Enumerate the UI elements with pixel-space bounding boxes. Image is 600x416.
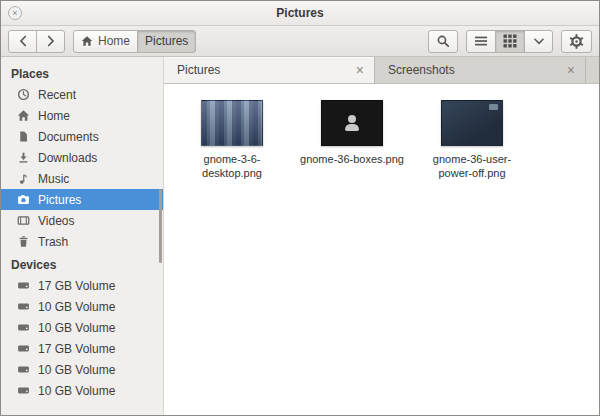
tab-screenshots[interactable]: Screenshots × bbox=[375, 57, 586, 83]
tab-pictures[interactable]: Pictures × bbox=[164, 57, 375, 83]
toolbar: Home Pictures bbox=[1, 26, 599, 57]
sidebar-item-label: Downloads bbox=[38, 151, 97, 165]
sidebar-item-trash[interactable]: Trash bbox=[1, 231, 163, 252]
file-item-desktop-png[interactable]: gnome-3-6-desktop.png bbox=[178, 100, 286, 181]
view-switcher-group bbox=[466, 30, 553, 53]
chevron-left-icon bbox=[19, 35, 27, 47]
gear-icon bbox=[569, 34, 584, 49]
sidebar-item-label: Recent bbox=[38, 88, 76, 102]
file-manager-window: × Pictures Home Pi bbox=[0, 0, 600, 416]
sidebar-item-volume-6[interactable]: 10 GB Volume bbox=[1, 380, 163, 401]
breadcrumb-pictures-label: Pictures bbox=[145, 34, 188, 48]
drive-icon bbox=[16, 300, 30, 313]
tab-close-icon[interactable]: × bbox=[354, 63, 366, 77]
window-body: Places Recent Home Documents bbox=[1, 57, 599, 415]
sidebar-item-label: Trash bbox=[38, 235, 68, 249]
file-grid: gnome-3-6-desktop.png gnome-36-boxes.png… bbox=[164, 84, 599, 415]
tab-label: Screenshots bbox=[388, 63, 559, 77]
file-item-boxes-png[interactable]: gnome-36-boxes.png bbox=[298, 100, 406, 166]
window-close-button[interactable]: × bbox=[8, 6, 22, 20]
sidebar-item-label: Documents bbox=[38, 130, 99, 144]
document-icon bbox=[16, 130, 30, 143]
sidebar-section-devices: Devices bbox=[1, 252, 163, 275]
sidebar-item-volume-4[interactable]: 17 GB Volume bbox=[1, 338, 163, 359]
drive-icon bbox=[16, 363, 30, 376]
drive-icon bbox=[16, 279, 30, 292]
file-name: gnome-3-6-desktop.png bbox=[178, 152, 286, 181]
titlebar: × Pictures bbox=[1, 1, 599, 26]
search-button[interactable] bbox=[428, 30, 458, 53]
trash-icon bbox=[16, 235, 30, 248]
file-name: gnome-36-user-power-off.png bbox=[418, 152, 526, 181]
sidebar-item-label: Music bbox=[38, 172, 69, 186]
drive-icon bbox=[16, 342, 30, 355]
sidebar-item-label: 10 GB Volume bbox=[38, 384, 115, 398]
sidebar-item-videos[interactable]: Videos bbox=[1, 210, 163, 231]
drive-icon bbox=[16, 384, 30, 397]
sidebar-item-documents[interactable]: Documents bbox=[1, 126, 163, 147]
file-thumbnail bbox=[441, 100, 503, 146]
tab-close-icon[interactable]: × bbox=[565, 63, 577, 77]
back-button[interactable] bbox=[8, 30, 37, 53]
file-thumbnail bbox=[201, 100, 263, 146]
tab-label: Pictures bbox=[177, 63, 348, 77]
sidebar-item-music[interactable]: Music bbox=[1, 168, 163, 189]
sidebar-item-volume-5[interactable]: 10 GB Volume bbox=[1, 359, 163, 380]
grid-view-button[interactable] bbox=[495, 30, 525, 53]
drive-icon bbox=[16, 321, 30, 334]
sidebar-item-label: Videos bbox=[38, 214, 74, 228]
list-view-icon bbox=[474, 35, 488, 47]
file-name: gnome-36-boxes.png bbox=[300, 152, 404, 166]
history-nav-group bbox=[8, 30, 65, 53]
grid-view-icon bbox=[503, 34, 517, 48]
sidebar-item-label: 10 GB Volume bbox=[38, 300, 115, 314]
sidebar-item-recent[interactable]: Recent bbox=[1, 84, 163, 105]
home-icon bbox=[81, 35, 93, 47]
music-note-icon bbox=[16, 172, 30, 185]
sidebar-item-label: 10 GB Volume bbox=[38, 363, 115, 377]
main-pane: Pictures × Screenshots × gnome-3-6-deskt… bbox=[164, 57, 599, 415]
sidebar-item-label: Pictures bbox=[38, 193, 81, 207]
breadcrumb-home-label: Home bbox=[98, 34, 130, 48]
clock-icon bbox=[16, 88, 30, 101]
forward-button[interactable] bbox=[36, 30, 65, 53]
file-item-power-off-png[interactable]: gnome-36-user-power-off.png bbox=[418, 100, 526, 181]
view-options-dropdown-button[interactable] bbox=[524, 30, 553, 53]
sidebar-item-home[interactable]: Home bbox=[1, 105, 163, 126]
sidebar-item-volume-2[interactable]: 10 GB Volume bbox=[1, 296, 163, 317]
search-icon bbox=[436, 34, 450, 48]
sidebar-item-volume-3[interactable]: 10 GB Volume bbox=[1, 317, 163, 338]
chevron-down-icon bbox=[534, 38, 544, 45]
sidebar-item-volume-1[interactable]: 17 GB Volume bbox=[1, 275, 163, 296]
home-icon bbox=[16, 109, 30, 122]
breadcrumb-pictures-button[interactable]: Pictures bbox=[137, 30, 196, 53]
breadcrumb: Home Pictures bbox=[73, 30, 196, 53]
chevron-right-icon bbox=[47, 35, 55, 47]
settings-button[interactable] bbox=[561, 30, 592, 53]
sidebar-item-label: 10 GB Volume bbox=[38, 321, 115, 335]
film-icon bbox=[16, 214, 30, 227]
window-title: Pictures bbox=[276, 6, 323, 20]
camera-icon bbox=[16, 193, 30, 206]
sidebar-item-label: 17 GB Volume bbox=[38, 279, 115, 293]
sidebar-item-downloads[interactable]: Downloads bbox=[1, 147, 163, 168]
sidebar: Places Recent Home Documents bbox=[1, 57, 164, 415]
download-arrow-icon bbox=[16, 151, 30, 164]
file-thumbnail bbox=[321, 100, 383, 146]
sidebar-item-label: Home bbox=[38, 109, 70, 123]
breadcrumb-home-button[interactable]: Home bbox=[73, 30, 138, 53]
sidebar-scrollbar[interactable] bbox=[159, 189, 162, 263]
sidebar-section-places: Places bbox=[1, 61, 163, 84]
list-view-button[interactable] bbox=[466, 30, 496, 53]
sidebar-item-pictures[interactable]: Pictures bbox=[1, 189, 163, 210]
sidebar-item-label: 17 GB Volume bbox=[38, 342, 115, 356]
tab-bar: Pictures × Screenshots × bbox=[164, 57, 599, 84]
